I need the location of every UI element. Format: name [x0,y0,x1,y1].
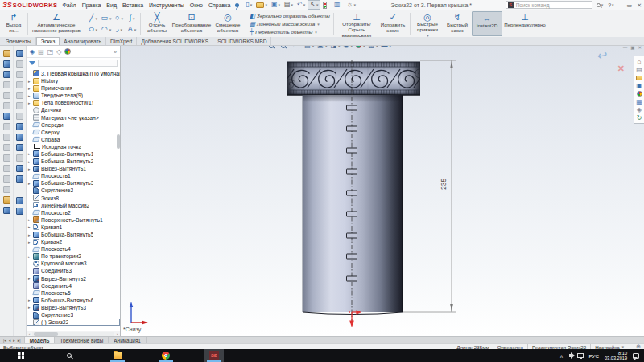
display-relations-button[interactable]: ⊥ Отобразить/Скрыть взаимосвязи ▾ [336,11,378,36]
tool-icon[interactable] [2,101,12,111]
previous-view-icon[interactable]: ↶ ▾ [291,46,302,49]
tool-icon[interactable] [14,48,25,59]
tree-item[interactable]: ▸ Кривая2 [27,238,120,245]
scroll-last-icon[interactable]: ▸| [17,338,22,343]
quick-snaps-button[interactable]: ◎ Быстрые привязки ▾ [412,11,443,36]
tree-item[interactable]: ▸ Соединить3 [27,267,120,274]
clock[interactable]: 8:10 03.03.2019 [605,351,627,361]
tree-item[interactable]: ▸ Плоскость4 [27,245,120,253]
tree-item[interactable]: ▸ Справа [27,136,120,143]
tree-item[interactable]: ▸ Материал <не указан> [27,113,120,121]
tool-icon[interactable] [14,163,25,174]
tree-item[interactable]: ▸ Скругление2 [27,187,120,194]
tree-item[interactable]: ▸ Сверху [27,129,120,136]
help-button[interactable]: ? [608,2,611,8]
options-gear-icon[interactable]: ☼ ▾ [345,0,357,10]
exit-sketch-button[interactable]: ↱ Выход из... [2,11,26,36]
hide-show-items-icon[interactable]: ◉ ▾ [342,46,353,49]
tab-scroll-buttons[interactable]: |◂ ◂ ▸ ▸| [0,337,25,343]
save-icon[interactable]: ▣ ▾ [270,0,282,10]
start-button-icon[interactable] [11,349,31,362]
tree-item[interactable]: ▸ Поверхность-Вытянуть1 [27,216,120,224]
tree-vertical-scrollbar[interactable] [117,134,120,149]
tool-icon[interactable] [2,153,12,163]
tree-item[interactable]: ▸ Круговой массив3 [27,260,120,267]
line-icon[interactable]: ╱ ▾ [87,13,100,24]
display-style-icon[interactable]: ◨ ▾ [329,46,341,49]
tree-item[interactable]: ▸ Спереди [27,121,120,129]
propertymanager-tab-icon[interactable]: ▤ [38,48,44,56]
search-icon[interactable] [597,3,601,7]
tool-icon[interactable] [2,121,12,132]
tree-item[interactable]: ▸ Соединить4 [27,282,120,290]
tool-icon[interactable] [14,69,25,80]
tree-item[interactable]: ▸ Бобышка-Вытянуть5 [27,231,120,238]
zoom-area-icon[interactable]: ▾ [280,46,291,48]
tool-icon[interactable] [2,59,12,69]
command-search-input[interactable]: S Поиск команд [506,1,592,9]
tree-item[interactable]: ▸ History [27,77,120,84]
menu-item[interactable]: Справка [208,2,230,8]
tree-item[interactable]: ▸ Кривая1 [27,224,120,231]
scroll-next-icon[interactable]: ▸ [12,338,16,343]
dimxpertmanager-tab-icon[interactable]: ◇ [56,48,61,56]
tool-icon[interactable] [2,184,12,195]
action-center-icon[interactable] [633,353,639,359]
tree-item[interactable]: ▸ Скругление3 [27,311,120,319]
restore-button[interactable]: ▭ [627,2,633,8]
pin-icon[interactable] [235,3,239,7]
tool-icon[interactable] [14,153,25,163]
tool-icon[interactable] [2,142,12,153]
tool-icon[interactable] [14,195,25,206]
network-icon[interactable] [577,353,584,358]
view-settings-icon[interactable]: ▬ ▾ [381,46,393,49]
normal-to-button[interactable]: ⊥ Перпендикулярно [502,11,547,36]
tree-item[interactable]: ▸ Эскиз8 [27,195,120,202]
smart-dimension-button[interactable]: ∠ Автоматическое нанесение размеров [30,11,83,36]
trim-entities-button[interactable]: ╳ Отсечь объекты [142,11,171,36]
configurationmanager-tab-icon[interactable]: ◳ [47,48,54,56]
menu-item[interactable]: Вид [106,2,117,8]
tree-item[interactable]: ▸ Вырез-Вытянуть3 [27,304,120,311]
undo-icon[interactable]: ↶ ▾ [295,0,307,10]
tree-item[interactable]: ▸ Датчики [27,106,120,113]
print-icon[interactable]: ▤ ▾ [283,0,295,10]
command-tab[interactable]: Добавления SOLIDWORKS [137,37,213,45]
tree-item[interactable]: ▸ Вырез-Вытянуть1 [27,165,120,172]
view-orientation-icon[interactable]: ▣ ▾ [316,46,328,49]
tool-icon[interactable] [14,121,25,132]
tree-item[interactable]: ▸ (-) Эскиз22 [27,319,120,326]
arc-icon[interactable]: ◠ ▾ [100,24,113,35]
tool-icon[interactable] [14,206,25,216]
tree-item[interactable]: ▸ Плоскость2 [27,209,120,216]
rectangle-icon[interactable]: ▭ ▾ [100,13,113,24]
circle-icon[interactable]: ○ ▾ [113,13,126,24]
tool-icon[interactable] [14,101,25,111]
ellipse-icon[interactable]: ○ ▾ [87,24,100,35]
model-tab[interactable]: Анимация1 [109,337,147,343]
tool-icon[interactable] [2,205,12,216]
tree-filter-input[interactable] [38,60,118,67]
command-tab[interactable]: Элементы [2,37,36,45]
tool-icon[interactable] [14,80,25,90]
tool-icon[interactable] [2,111,12,121]
menu-item[interactable]: Правка [82,2,101,8]
taskbar-search-icon[interactable] [60,349,79,362]
command-tab[interactable]: Эскиз [36,37,60,45]
tree-item[interactable]: ▸ Твердые тела(9) [27,92,120,99]
tool-icon[interactable] [14,174,25,184]
menu-item[interactable]: Инструменты [149,2,184,8]
tool-icon[interactable] [14,111,25,121]
linear-sketch-pattern-button[interactable]: ▦ Линейный массив эскиза ▾ [250,20,330,27]
chrome-icon[interactable] [156,349,175,362]
tree-item[interactable]: ▸ Бобышка-Вытянуть1 [27,150,120,158]
tool-icon[interactable] [2,174,12,184]
tool-icon[interactable] [14,132,25,142]
rebuild-icon[interactable]: ▾ [321,0,332,10]
scroll-thumb[interactable] [34,332,58,336]
tree-item[interactable]: ▸ Тела поверхности(1) [27,99,120,106]
minimize-button[interactable]: – [619,2,622,8]
spline-icon[interactable]: ∫ ▾ [126,13,138,24]
tool-icon[interactable] [14,59,25,69]
tool-icon[interactable] [14,90,25,101]
